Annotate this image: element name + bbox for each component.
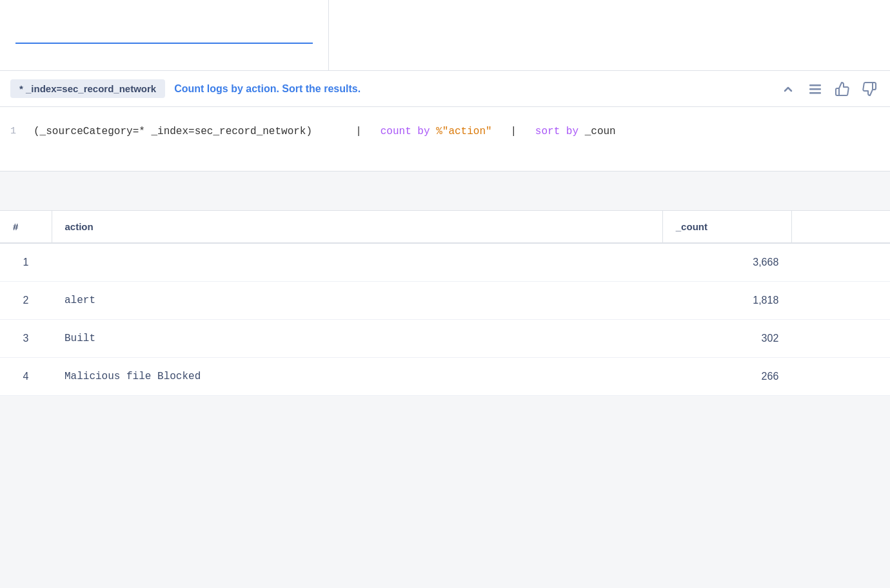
thumbs-down-button[interactable] <box>859 79 880 99</box>
results-table: # action _count 13,6682alert1,8183Built3… <box>0 211 890 396</box>
code-space3 <box>498 126 504 137</box>
query-bar: * _index=sec_record_network Count logs b… <box>0 71 890 107</box>
cell-count: 3,668 <box>662 243 791 282</box>
code-block-area: 1 (_sourceCategory=* _index=sec_record_n… <box>0 107 890 172</box>
list-view-button[interactable] <box>805 79 826 99</box>
cell-row-num: 3 <box>0 320 52 358</box>
code-pipe2: | <box>510 126 517 137</box>
cell-action <box>52 243 662 282</box>
thumbs-up-button[interactable] <box>832 79 853 99</box>
cell-count: 302 <box>662 320 791 358</box>
code-string1: %"action" <box>436 126 491 137</box>
col-header-num: # <box>0 211 52 243</box>
cell-action: alert <box>52 282 662 320</box>
cell-row-num: 1 <box>0 243 52 282</box>
cell-extra <box>791 320 890 358</box>
list-icon <box>807 81 823 97</box>
code-space4 <box>523 126 529 137</box>
spacer-area <box>0 172 890 210</box>
table-row: 3Built302 <box>0 320 890 358</box>
cell-extra <box>791 282 890 320</box>
cell-row-num: 4 <box>0 358 52 396</box>
cell-extra <box>791 243 890 282</box>
svg-rect-1 <box>809 88 821 90</box>
code-keyword2: sort by <box>535 126 585 137</box>
code-field1: _coun <box>585 126 616 137</box>
collapse-button[interactable] <box>778 79 798 99</box>
thumbs-up-icon <box>835 81 850 97</box>
line-number: 1 <box>10 124 34 139</box>
code-pipe1: | <box>355 126 362 137</box>
code-part1: (_sourceCategory=* _index=sec_record_net… <box>34 126 312 137</box>
query-input[interactable]: Count logs by action. Sort the results. <box>344 28 875 42</box>
index-input[interactable]: * _index=sec_record_network <box>15 26 313 44</box>
cell-action: Built <box>52 320 662 358</box>
top-input-bar: * _index=sec_record_network Count logs b… <box>0 0 890 71</box>
code-text: (_sourceCategory=* _index=sec_record_net… <box>34 124 880 141</box>
cell-count: 266 <box>662 358 791 396</box>
index-pill: * _index=sec_record_network <box>10 79 165 98</box>
chevron-up-icon <box>780 81 796 97</box>
svg-rect-2 <box>809 92 821 94</box>
results-table-wrapper: # action _count 13,6682alert1,8183Built3… <box>0 210 890 396</box>
cell-row-num: 2 <box>0 282 52 320</box>
index-input-container: * _index=sec_record_network <box>0 0 329 70</box>
col-header-count: _count <box>662 211 791 243</box>
cell-extra <box>791 358 890 396</box>
col-header-extra <box>791 211 890 243</box>
thumbs-down-icon <box>862 81 877 97</box>
code-keyword1: count by <box>381 126 436 137</box>
table-row: 13,668 <box>0 243 890 282</box>
code-spacing1 <box>319 126 350 137</box>
query-input-container: Count logs by action. Sort the results. <box>329 0 890 70</box>
code-line-1: 1 (_sourceCategory=* _index=sec_record_n… <box>0 120 890 144</box>
query-display-text: Count logs by action. Sort the results. <box>174 83 769 95</box>
table-row: 2alert1,818 <box>0 282 890 320</box>
svg-rect-0 <box>809 84 821 86</box>
code-space2 <box>368 126 375 137</box>
table-row: 4Malicious file Blocked266 <box>0 358 890 396</box>
table-header-row: # action _count <box>0 211 890 243</box>
query-actions-group <box>778 79 880 99</box>
cell-count: 1,818 <box>662 282 791 320</box>
cell-action: Malicious file Blocked <box>52 358 662 396</box>
col-header-action: action <box>52 211 662 243</box>
